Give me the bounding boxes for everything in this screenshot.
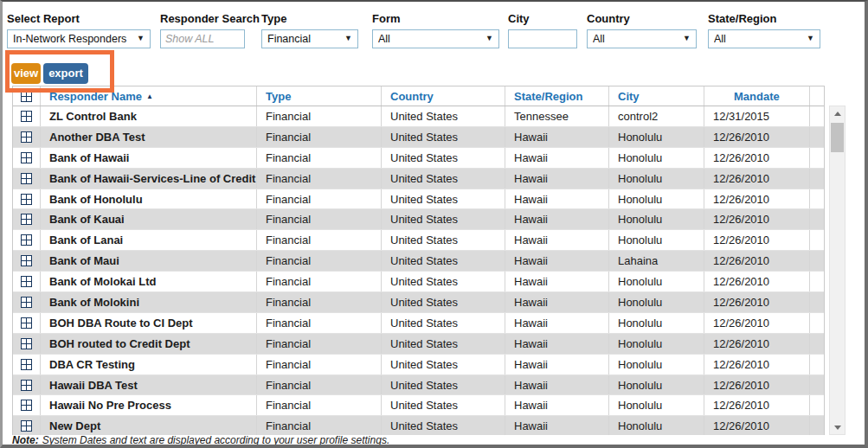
table-row[interactable]: Another DBA Test Financial United States… xyxy=(13,127,824,148)
column-header-responder-name[interactable]: Responder Name ▲ xyxy=(41,86,257,106)
column-header-mandate[interactable]: Mandate xyxy=(704,86,810,106)
select-report-dropdown[interactable]: In-Network Responders ▼ xyxy=(7,29,151,48)
table-row[interactable]: BOH routed to Credit Dept Financial Unit… xyxy=(13,334,824,355)
responder-name-cell: ZL Control Bank xyxy=(41,106,257,126)
table-row[interactable]: Bank of Hawaii-Services-Line of Credit F… xyxy=(13,169,824,189)
expand-row-icon[interactable] xyxy=(21,214,32,225)
expand-all-header[interactable] xyxy=(13,86,41,106)
table-body: ZL Control Bank Financial United States … xyxy=(13,106,824,437)
state-region-cell: Hawaii xyxy=(505,127,609,147)
table-row[interactable]: ZL Control Bank Financial United States … xyxy=(13,106,824,127)
view-button[interactable]: view xyxy=(11,63,41,84)
mandate-cell: 12/26/2010 xyxy=(704,313,810,333)
country-cell: United States xyxy=(382,209,505,229)
type-cell: Financial xyxy=(257,375,382,395)
table-row[interactable]: Hawaii DBA Test Financial United States … xyxy=(13,375,824,396)
type-cell: Financial xyxy=(257,189,382,209)
expand-row-icon[interactable] xyxy=(21,359,32,370)
row-expand-cell xyxy=(13,292,41,312)
expand-row-icon[interactable] xyxy=(21,317,32,329)
type-cell: Financial xyxy=(257,395,382,415)
blank-cell xyxy=(810,292,824,312)
type-cell: Financial xyxy=(257,127,382,147)
filter-form: Form All ▼ xyxy=(372,12,499,48)
table-row[interactable]: Bank of Kauai Financial United States Ha… xyxy=(13,209,824,230)
city-input[interactable] xyxy=(508,29,577,48)
country-cell: United States xyxy=(382,355,505,374)
select-report-value: In-Network Responders xyxy=(13,33,150,45)
row-expand-cell xyxy=(13,313,41,333)
expand-row-icon[interactable] xyxy=(21,255,32,266)
table-row[interactable]: Bank of Lanai Financial United States Ha… xyxy=(13,230,824,251)
expand-row-icon[interactable] xyxy=(21,276,32,287)
expand-row-icon[interactable] xyxy=(21,234,32,246)
city-cell: control2 xyxy=(609,106,704,126)
expand-row-icon[interactable] xyxy=(21,111,32,122)
expand-row-icon[interactable] xyxy=(21,400,32,411)
form-value: All xyxy=(378,33,498,45)
type-cell: Financial xyxy=(257,106,382,126)
scrollbar-thumb[interactable] xyxy=(831,123,844,152)
state-region-cell: Hawaii xyxy=(505,209,609,229)
type-cell: Financial xyxy=(257,292,382,312)
row-expand-cell xyxy=(13,395,41,415)
scroll-up-button[interactable] xyxy=(830,106,845,120)
country-cell: United States xyxy=(382,189,505,209)
expand-row-icon[interactable] xyxy=(21,194,32,205)
expand-row-icon[interactable] xyxy=(21,338,32,349)
export-button[interactable]: export xyxy=(43,63,88,84)
city-cell: Honolulu xyxy=(609,169,704,189)
country-cell: United States xyxy=(382,292,505,312)
state-region-cell: Hawaii xyxy=(505,251,609,271)
state-region-cell: Hawaii xyxy=(505,334,609,354)
mandate-cell: 12/26/2010 xyxy=(704,189,810,209)
blank-cell xyxy=(810,355,824,374)
table-row[interactable]: Bank of Hawaii Financial United States H… xyxy=(13,148,824,169)
expand-row-icon[interactable] xyxy=(21,173,32,184)
filter-responder-search: Responder Search xyxy=(160,12,245,48)
column-header-city[interactable]: City xyxy=(609,86,704,106)
expand-row-icon[interactable] xyxy=(21,131,32,143)
row-expand-cell xyxy=(13,127,41,147)
mandate-cell: 12/26/2010 xyxy=(704,169,810,189)
table-row[interactable]: BOH DBA Route to CI Dept Financial Unite… xyxy=(13,313,824,334)
blank-cell xyxy=(810,395,824,415)
table-row[interactable]: Bank of Molokini Financial United States… xyxy=(13,292,824,313)
country-cell: United States xyxy=(382,127,505,147)
responder-search-input[interactable] xyxy=(160,29,245,48)
row-expand-cell xyxy=(13,189,41,209)
table-row[interactable]: Bank of Molokai Ltd Financial United Sta… xyxy=(13,272,824,292)
country-cell: United States xyxy=(382,230,505,250)
responder-name-cell: DBA CR Testing xyxy=(41,355,257,374)
vertical-scrollbar[interactable] xyxy=(829,106,845,435)
table-row[interactable]: Hawaii No Pre Process Financial United S… xyxy=(13,395,824,416)
state-region-cell: Hawaii xyxy=(505,395,609,415)
state-region-cell: Hawaii xyxy=(505,292,609,312)
column-header-type[interactable]: Type xyxy=(257,86,382,106)
expand-row-icon[interactable] xyxy=(21,420,32,432)
type-dropdown[interactable]: Financial ▼ xyxy=(261,29,358,48)
blank-cell xyxy=(810,230,824,250)
state-region-cell: Hawaii xyxy=(505,169,609,189)
column-header-country[interactable]: Country xyxy=(382,86,505,106)
blank-cell xyxy=(810,272,824,291)
form-dropdown[interactable]: All ▼ xyxy=(372,29,499,48)
expand-row-icon[interactable] xyxy=(21,297,32,308)
scroll-down-button[interactable] xyxy=(830,420,845,434)
table-row[interactable]: Bank of Honolulu Financial United States… xyxy=(13,189,824,210)
table-row[interactable]: DBA CR Testing Financial United States H… xyxy=(13,355,824,375)
dropdown-arrow-icon: ▼ xyxy=(137,34,145,42)
country-cell: United States xyxy=(382,272,505,291)
table-row[interactable]: Bank of Maui Financial United States Haw… xyxy=(13,251,824,272)
mandate-cell: 12/26/2010 xyxy=(704,272,810,291)
state-region-cell: Hawaii xyxy=(505,230,609,250)
blank-cell xyxy=(810,189,824,209)
responder-search-label: Responder Search xyxy=(160,12,245,25)
state-region-dropdown[interactable]: All ▼ xyxy=(708,29,820,48)
responder-name-cell: Bank of Maui xyxy=(41,251,257,271)
expand-row-icon[interactable] xyxy=(21,152,32,163)
footer-note: Note:System Dates and text are displayed… xyxy=(12,435,826,445)
column-header-state-region[interactable]: State/Region xyxy=(505,86,609,106)
expand-row-icon[interactable] xyxy=(21,380,32,391)
country-dropdown[interactable]: All ▼ xyxy=(587,29,697,48)
